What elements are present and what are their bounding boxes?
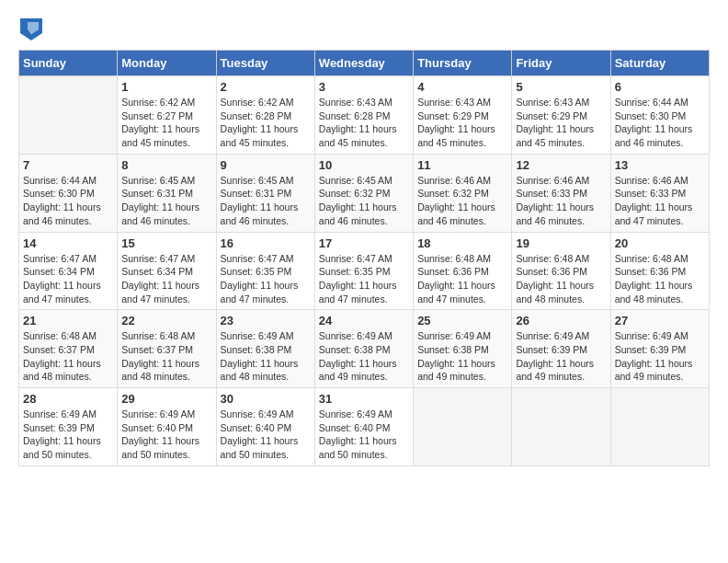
day-info: Sunrise: 6:42 AMSunset: 6:28 PMDaylight:…: [221, 96, 311, 150]
day-number: 3: [319, 80, 409, 94]
calendar-cell: 16Sunrise: 6:47 AMSunset: 6:35 PMDayligh…: [216, 232, 314, 310]
day-info: Sunrise: 6:46 AMSunset: 6:32 PMDaylight:…: [417, 174, 507, 228]
calendar-cell: 4Sunrise: 6:43 AMSunset: 6:29 PMDaylight…: [414, 76, 512, 155]
day-number: 12: [516, 158, 606, 172]
calendar-cell: [610, 388, 709, 466]
day-info: Sunrise: 6:45 AMSunset: 6:31 PMDaylight:…: [121, 174, 211, 228]
calendar-cell: 10Sunrise: 6:45 AMSunset: 6:32 PMDayligh…: [314, 154, 413, 232]
calendar-cell: 23Sunrise: 6:49 AMSunset: 6:38 PMDayligh…: [216, 310, 314, 388]
day-number: 16: [221, 236, 311, 250]
header-friday: Friday: [512, 51, 610, 76]
day-number: 4: [417, 80, 507, 94]
calendar-cell: 8Sunrise: 6:45 AMSunset: 6:31 PMDaylight…: [118, 154, 216, 232]
day-number: 5: [516, 80, 606, 94]
header-thursday: Thursday: [414, 51, 512, 76]
day-number: 8: [121, 158, 211, 172]
header-wednesday: Wednesday: [314, 51, 413, 76]
header-sunday: Sunday: [19, 51, 118, 76]
calendar-cell: 25Sunrise: 6:49 AMSunset: 6:38 PMDayligh…: [414, 310, 512, 388]
day-info: Sunrise: 6:48 AMSunset: 6:36 PMDaylight:…: [516, 252, 606, 306]
day-number: 11: [417, 158, 507, 172]
day-number: 25: [417, 314, 507, 327]
day-number: 30: [221, 392, 311, 406]
calendar-cell: 15Sunrise: 6:47 AMSunset: 6:34 PMDayligh…: [118, 232, 216, 310]
calendar-week-row: 7Sunrise: 6:44 AMSunset: 6:30 PMDaylight…: [19, 154, 710, 232]
calendar-cell: [414, 388, 512, 466]
calendar-cell: 5Sunrise: 6:43 AMSunset: 6:29 PMDaylight…: [512, 76, 610, 155]
day-info: Sunrise: 6:43 AMSunset: 6:29 PMDaylight:…: [516, 96, 606, 150]
day-number: 23: [221, 314, 311, 327]
day-info: Sunrise: 6:43 AMSunset: 6:29 PMDaylight:…: [417, 96, 507, 150]
day-number: 20: [615, 236, 705, 250]
logo-icon: [20, 18, 42, 40]
header-tuesday: Tuesday: [216, 51, 314, 76]
calendar-cell: 12Sunrise: 6:46 AMSunset: 6:33 PMDayligh…: [512, 154, 610, 232]
day-info: Sunrise: 6:45 AMSunset: 6:31 PMDaylight:…: [221, 174, 311, 228]
day-info: Sunrise: 6:48 AMSunset: 6:36 PMDaylight:…: [417, 252, 507, 306]
day-number: 31: [319, 392, 409, 406]
calendar-header-row: SundayMondayTuesdayWednesdayThursdayFrid…: [19, 51, 710, 76]
day-info: Sunrise: 6:49 AMSunset: 6:40 PMDaylight:…: [121, 408, 211, 462]
day-number: 29: [121, 392, 211, 406]
day-number: 18: [417, 236, 507, 250]
header-saturday: Saturday: [610, 51, 709, 76]
calendar-cell: 24Sunrise: 6:49 AMSunset: 6:38 PMDayligh…: [314, 310, 413, 388]
day-number: 28: [23, 392, 113, 406]
calendar-cell: 30Sunrise: 6:49 AMSunset: 6:40 PMDayligh…: [216, 388, 314, 466]
logo: [18, 18, 42, 40]
calendar-cell: 20Sunrise: 6:48 AMSunset: 6:36 PMDayligh…: [610, 232, 709, 310]
day-info: Sunrise: 6:47 AMSunset: 6:35 PMDaylight:…: [319, 252, 409, 306]
day-number: 7: [23, 158, 113, 172]
calendar-week-row: 28Sunrise: 6:49 AMSunset: 6:39 PMDayligh…: [19, 388, 710, 466]
calendar-cell: 18Sunrise: 6:48 AMSunset: 6:36 PMDayligh…: [414, 232, 512, 310]
day-info: Sunrise: 6:45 AMSunset: 6:32 PMDaylight:…: [319, 174, 409, 228]
calendar-cell: 21Sunrise: 6:48 AMSunset: 6:37 PMDayligh…: [19, 310, 118, 388]
day-info: Sunrise: 6:49 AMSunset: 6:39 PMDaylight:…: [23, 408, 113, 462]
calendar-week-row: 14Sunrise: 6:47 AMSunset: 6:34 PMDayligh…: [19, 232, 710, 310]
day-info: Sunrise: 6:48 AMSunset: 6:36 PMDaylight:…: [615, 252, 705, 306]
page-header: [18, 18, 710, 40]
day-info: Sunrise: 6:43 AMSunset: 6:28 PMDaylight:…: [319, 96, 409, 150]
calendar-cell: 17Sunrise: 6:47 AMSunset: 6:35 PMDayligh…: [314, 232, 413, 310]
calendar-cell: 11Sunrise: 6:46 AMSunset: 6:32 PMDayligh…: [414, 154, 512, 232]
day-info: Sunrise: 6:49 AMSunset: 6:38 PMDaylight:…: [221, 329, 311, 384]
day-number: 21: [23, 314, 113, 327]
calendar-cell: 7Sunrise: 6:44 AMSunset: 6:30 PMDaylight…: [19, 154, 118, 232]
calendar-week-row: 21Sunrise: 6:48 AMSunset: 6:37 PMDayligh…: [19, 310, 710, 388]
calendar-cell: 27Sunrise: 6:49 AMSunset: 6:39 PMDayligh…: [610, 310, 709, 388]
day-info: Sunrise: 6:49 AMSunset: 6:40 PMDaylight:…: [221, 408, 311, 462]
calendar-cell: [512, 388, 610, 466]
calendar-cell: [19, 76, 118, 155]
day-number: 1: [121, 80, 211, 94]
day-number: 14: [23, 236, 113, 250]
calendar-week-row: 1Sunrise: 6:42 AMSunset: 6:27 PMDaylight…: [19, 76, 710, 155]
day-info: Sunrise: 6:49 AMSunset: 6:38 PMDaylight:…: [319, 329, 409, 384]
day-number: 22: [121, 314, 211, 327]
day-number: 27: [615, 314, 705, 327]
day-number: 19: [516, 236, 606, 250]
day-info: Sunrise: 6:47 AMSunset: 6:35 PMDaylight:…: [221, 252, 311, 306]
day-number: 2: [221, 80, 311, 94]
day-info: Sunrise: 6:49 AMSunset: 6:40 PMDaylight:…: [319, 408, 409, 462]
day-number: 6: [615, 80, 705, 94]
day-number: 9: [221, 158, 311, 172]
calendar-cell: 29Sunrise: 6:49 AMSunset: 6:40 PMDayligh…: [118, 388, 216, 466]
calendar-cell: 3Sunrise: 6:43 AMSunset: 6:28 PMDaylight…: [314, 76, 413, 155]
day-info: Sunrise: 6:49 AMSunset: 6:39 PMDaylight:…: [516, 329, 606, 384]
calendar-cell: 9Sunrise: 6:45 AMSunset: 6:31 PMDaylight…: [216, 154, 314, 232]
day-info: Sunrise: 6:49 AMSunset: 6:39 PMDaylight:…: [615, 329, 705, 384]
day-info: Sunrise: 6:42 AMSunset: 6:27 PMDaylight:…: [121, 96, 211, 150]
calendar-cell: 13Sunrise: 6:46 AMSunset: 6:33 PMDayligh…: [610, 154, 709, 232]
calendar-table: SundayMondayTuesdayWednesdayThursdayFrid…: [18, 50, 710, 466]
calendar-cell: 22Sunrise: 6:48 AMSunset: 6:37 PMDayligh…: [118, 310, 216, 388]
day-info: Sunrise: 6:49 AMSunset: 6:38 PMDaylight:…: [417, 329, 507, 384]
day-info: Sunrise: 6:48 AMSunset: 6:37 PMDaylight:…: [121, 329, 211, 384]
calendar-cell: 19Sunrise: 6:48 AMSunset: 6:36 PMDayligh…: [512, 232, 610, 310]
calendar-cell: 28Sunrise: 6:49 AMSunset: 6:39 PMDayligh…: [19, 388, 118, 466]
calendar-cell: 2Sunrise: 6:42 AMSunset: 6:28 PMDaylight…: [216, 76, 314, 155]
day-info: Sunrise: 6:46 AMSunset: 6:33 PMDaylight:…: [615, 174, 705, 228]
day-number: 13: [615, 158, 705, 172]
calendar-cell: 31Sunrise: 6:49 AMSunset: 6:40 PMDayligh…: [314, 388, 413, 466]
calendar-cell: 6Sunrise: 6:44 AMSunset: 6:30 PMDaylight…: [610, 76, 709, 155]
day-number: 26: [516, 314, 606, 327]
